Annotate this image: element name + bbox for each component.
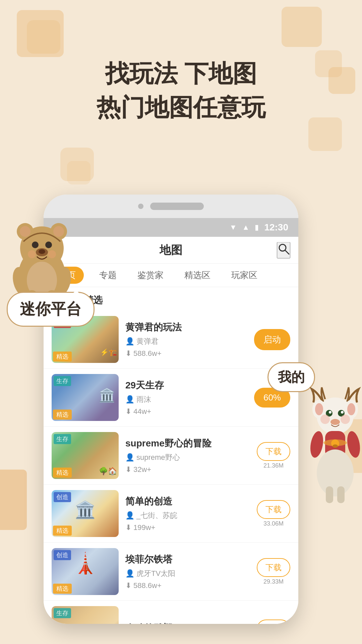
- tab-topic[interactable]: 专题: [94, 267, 122, 284]
- author-icon-4: 👤: [125, 511, 134, 520]
- game-author-2: 👤 雨沫: [125, 394, 247, 405]
- game-list: 电路 精选 黄弹君的玩法 👤 黄弹君 ⬇ 588.6w+ 启动 生存 精选 29…: [44, 311, 298, 624]
- app-title: 地图: [160, 243, 182, 258]
- svg-point-9: [39, 249, 45, 254]
- game-action-6: 下载: [257, 620, 290, 624]
- phone-camera: [138, 204, 143, 209]
- game-thumb-4: 创造 精选: [52, 490, 119, 537]
- game-name-4: 简单的创造: [125, 495, 250, 508]
- svg-point-28: [341, 415, 350, 424]
- svg-line-39: [285, 250, 289, 254]
- start-button-1[interactable]: 启动: [254, 329, 290, 350]
- download-size-3: 21.36M: [257, 462, 290, 469]
- svg-point-3: [20, 226, 31, 237]
- search-button[interactable]: [277, 242, 290, 258]
- game-author-3: 👤 supreme野心: [125, 452, 250, 463]
- wifi-icon: ▼: [230, 223, 237, 232]
- game-info-1: 黄弹君的玩法 👤 黄弹君 ⬇ 588.6w+: [125, 321, 247, 358]
- left-accent: [0, 470, 27, 530]
- svg-point-31: [308, 430, 325, 459]
- game-downloads-1: ⬇ 588.6w+: [125, 349, 247, 358]
- download-icon-4: ⬇: [125, 523, 131, 532]
- game-name-3: supreme野心的冒险: [125, 437, 250, 450]
- download-button-5[interactable]: 下载: [257, 558, 290, 577]
- svg-point-25: [341, 411, 344, 414]
- game-info-3: supreme野心的冒险 👤 supreme野心 ⬇ 32w+: [125, 437, 250, 474]
- svg-point-32: [345, 430, 362, 459]
- bottom-badge-5: 精选: [53, 584, 72, 594]
- app-header: 地图: [44, 237, 298, 264]
- top-badge-2: 生存: [54, 376, 71, 386]
- bottom-badge-3: 精选: [53, 468, 72, 478]
- game-author-4: 👤 _七街、苏皖: [125, 511, 250, 521]
- svg-point-6: [32, 241, 39, 248]
- game-downloads-5: ⬇ 588.6w+: [125, 581, 250, 590]
- author-icon-1: 👤: [125, 337, 134, 346]
- signal-icon: ▲: [242, 223, 250, 232]
- game-thumb-5: 创造 精选: [52, 548, 119, 595]
- download-icon-5: ⬇: [125, 581, 131, 590]
- bottom-badge-1: 精选: [53, 352, 72, 362]
- game-info-2: 29天生存 👤 雨沫 ⬇ 44w+: [125, 379, 247, 416]
- game-downloads-3: ⬇ 32w+: [125, 465, 250, 474]
- game-name-2: 29天生存: [125, 379, 247, 392]
- headline-section: 找玩法 下地图 热门地图任意玩: [0, 0, 362, 154]
- svg-point-37: [333, 444, 338, 448]
- game-downloads-2: ⬇ 44w+: [125, 407, 247, 416]
- deer-mascot: [302, 386, 362, 504]
- game-item-5[interactable]: 创造 精选 埃菲尔铁塔 👤 虎牙TV太阳 ⬇ 588.6w+ 下载 29.33M: [44, 543, 298, 601]
- download-button-4[interactable]: 下载: [257, 500, 290, 519]
- svg-point-7: [45, 241, 52, 248]
- svg-point-19: [315, 403, 323, 415]
- status-time: 12:30: [264, 222, 288, 233]
- svg-rect-35: [337, 486, 345, 503]
- download-size-4: 33.06M: [257, 520, 290, 527]
- svg-point-27: [320, 415, 330, 424]
- game-item-2[interactable]: 生存 精选 29天生存 👤 雨沫 ⬇ 44w+ 60%: [44, 369, 298, 427]
- svg-point-33: [317, 449, 354, 496]
- game-action-5: 下载 29.33M: [257, 558, 290, 585]
- game-name-5: 埃菲尔铁塔: [125, 553, 250, 566]
- game-thumb-3: 生存 精选: [52, 432, 119, 479]
- game-downloads-4: ⬇ 199w+: [125, 523, 250, 532]
- author-icon-5: 👤: [125, 569, 134, 578]
- download-icon-1: ⬇: [125, 349, 131, 358]
- game-item-4[interactable]: 创造 精选 简单的创造 👤 _七街、苏皖 ⬇ 199w+ 下载 33.06M: [44, 485, 298, 543]
- download-button-3[interactable]: 下载: [257, 442, 290, 461]
- top-badge-6: 生存: [54, 608, 71, 618]
- top-badge-4: 创造: [54, 492, 71, 502]
- status-bar: ▼ ▲ ▮ 12:30: [44, 218, 298, 237]
- phone-mockup: ▼ ▲ ▮ 12:30 地图 首页 专题 鉴赏家 精选区 玩家区 最新精选 电路…: [44, 195, 298, 624]
- top-badge-3: 生存: [54, 434, 71, 444]
- game-thumb-6: 生存 精选: [52, 606, 119, 624]
- game-author-5: 👤 虎牙TV太阳: [125, 569, 250, 579]
- download-icon-3: ⬇: [125, 465, 131, 474]
- svg-rect-34: [326, 486, 333, 503]
- svg-point-10: [28, 250, 36, 258]
- tab-featured[interactable]: 精选区: [179, 267, 216, 284]
- nav-tabs: 首页 专题 鉴赏家 精选区 玩家区: [44, 264, 298, 287]
- download-size-5: 29.33M: [257, 578, 290, 585]
- tab-appreciator[interactable]: 鉴赏家: [132, 267, 169, 284]
- game-info-4: 简单的创造 👤 _七街、苏皖 ⬇ 199w+: [125, 495, 250, 532]
- game-item-3[interactable]: 生存 精选 supreme野心的冒险 👤 supreme野心 ⬇ 32w+ 下载…: [44, 427, 298, 485]
- speech-bubble-left: 迷你平台: [7, 292, 95, 327]
- game-thumb-2: 生存 精选: [52, 374, 119, 421]
- game-item-6[interactable]: 生存 精选 会动的雕塑 下载: [44, 601, 298, 624]
- svg-point-24: [329, 411, 331, 414]
- game-info-6: 会动的雕塑: [125, 622, 250, 624]
- author-icon-2: 👤: [125, 395, 134, 404]
- game-name-1: 黄弹君的玩法: [125, 321, 247, 334]
- game-action-4: 下载 33.06M: [257, 500, 290, 527]
- game-action-3: 下载 21.36M: [257, 442, 290, 469]
- tab-player[interactable]: 玩家区: [226, 267, 263, 284]
- download-icon-2: ⬇: [125, 407, 131, 416]
- game-author-1: 👤 黄弹君: [125, 336, 247, 346]
- battery-icon: ▮: [255, 223, 259, 232]
- phone-top-bar: [44, 195, 298, 218]
- bottom-badge-4: 精选: [53, 526, 72, 536]
- download-button-6[interactable]: 下载: [257, 620, 290, 624]
- bottom-badge-2: 精选: [53, 410, 72, 420]
- svg-point-5: [53, 226, 64, 237]
- author-icon-3: 👤: [125, 453, 134, 462]
